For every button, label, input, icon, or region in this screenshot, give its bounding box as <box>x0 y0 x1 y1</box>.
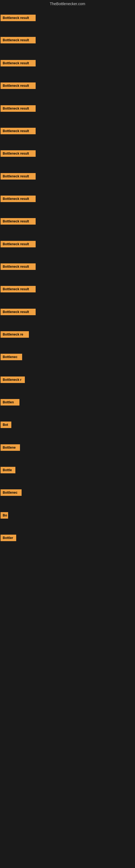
bottleneck-bar-16[interactable]: Bottlenec <box>1 354 22 360</box>
bottleneck-bar-11[interactable]: Bottleneck result <box>1 241 36 247</box>
bottleneck-bar-21[interactable]: Bottle <box>1 467 15 473</box>
bottleneck-bar-12[interactable]: Bottleneck result <box>1 264 36 270</box>
bottleneck-bar-19[interactable]: Bot <box>1 422 11 428</box>
bottleneck-bar-9[interactable]: Bottleneck result <box>1 195 36 202</box>
bottleneck-bar-17[interactable]: Bottleneck r <box>1 376 25 383</box>
bottleneck-bar-10[interactable]: Bottleneck result <box>1 218 36 225</box>
bottleneck-bar-22[interactable]: Bottlenec <box>1 489 21 496</box>
page-wrapper: TheBottlenecker.com Bottleneck resultBot… <box>0 0 135 868</box>
bottleneck-bar-24[interactable]: Bottler <box>1 535 16 541</box>
bottleneck-bar-14[interactable]: Bottleneck result <box>1 309 36 315</box>
bottleneck-bar-4[interactable]: Bottleneck result <box>1 83 36 89</box>
bottleneck-bar-15[interactable]: Bottleneck re <box>1 331 29 338</box>
bottleneck-bar-6[interactable]: Bottleneck result <box>1 128 36 134</box>
bottleneck-bar-18[interactable]: Bottlen <box>1 399 19 405</box>
bottleneck-bar-20[interactable]: Bottlene <box>1 444 20 451</box>
bottleneck-bar-23[interactable]: Bo <box>1 512 8 519</box>
bottleneck-bar-7[interactable]: Bottleneck result <box>1 150 36 157</box>
bottleneck-bar-3[interactable]: Bottleneck result <box>1 60 36 66</box>
bottleneck-bar-8[interactable]: Bottleneck result <box>1 173 36 180</box>
bottleneck-bar-5[interactable]: Bottleneck result <box>1 105 36 112</box>
bars-container: Bottleneck resultBottleneck resultBottle… <box>0 7 135 868</box>
bottleneck-bar-1[interactable]: Bottleneck result <box>1 14 36 21</box>
bottleneck-bar-13[interactable]: Bottleneck result <box>1 286 36 292</box>
site-title: TheBottlenecker.com <box>0 0 135 7</box>
bottleneck-bar-2[interactable]: Bottleneck result <box>1 37 36 43</box>
